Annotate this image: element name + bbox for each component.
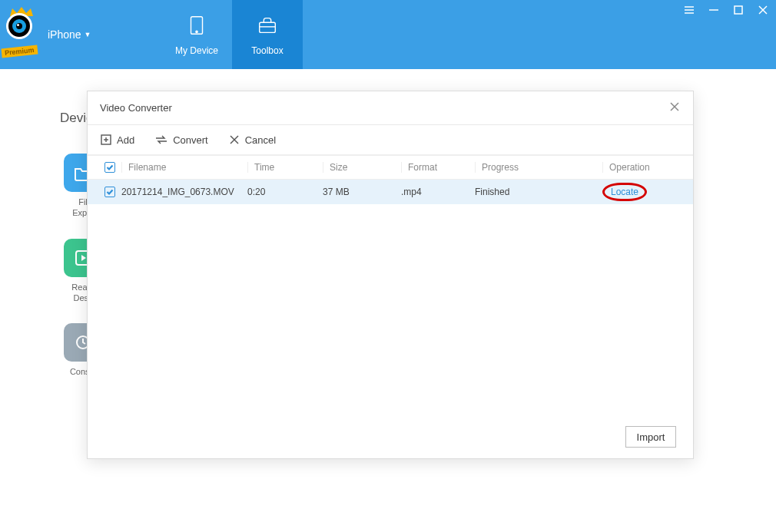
brand-area: Premium iPhone ▼ bbox=[0, 0, 161, 69]
col-size: Size bbox=[323, 162, 401, 173]
svg-rect-2 bbox=[260, 22, 276, 32]
col-time: Time bbox=[247, 162, 323, 173]
cell-filename: 20171214_IMG_0673.MOV bbox=[121, 187, 247, 197]
video-converter-dialog: Video Converter Add Convert Cancel Filen… bbox=[87, 91, 694, 459]
cell-size: 37 MB bbox=[323, 187, 401, 197]
locate-highlight: Locate bbox=[602, 183, 647, 201]
minimize-button[interactable] bbox=[707, 3, 721, 17]
cell-time: 0:20 bbox=[247, 187, 323, 197]
svg-rect-8 bbox=[735, 6, 742, 14]
nav-toolbox-label: Toolbox bbox=[251, 45, 283, 56]
cell-progress: Finished bbox=[475, 187, 602, 197]
tablet-icon bbox=[185, 14, 208, 39]
window-controls bbox=[682, 3, 770, 17]
dialog-title: Video Converter bbox=[100, 102, 172, 114]
maximize-button[interactable] bbox=[731, 3, 745, 17]
toolbox-icon bbox=[256, 14, 279, 39]
table-header: Filename Time Size Format Progress Opera… bbox=[88, 155, 693, 180]
convert-button-label: Convert bbox=[173, 134, 208, 146]
device-selector-label: iPhone bbox=[48, 28, 81, 41]
nav-my-device[interactable]: My Device bbox=[161, 0, 232, 69]
add-button-label: Add bbox=[117, 134, 134, 146]
col-format: Format bbox=[401, 162, 475, 173]
premium-badge: Premium bbox=[2, 45, 38, 58]
nav-my-device-label: My Device bbox=[175, 45, 218, 56]
close-button[interactable] bbox=[756, 3, 770, 17]
dialog-toolbar: Add Convert Cancel bbox=[88, 125, 693, 154]
cancel-button[interactable]: Cancel bbox=[228, 134, 276, 146]
chevron-down-icon: ▼ bbox=[85, 31, 91, 38]
top-bar: Premium iPhone ▼ My Device Toolbox bbox=[0, 0, 776, 69]
locate-link[interactable]: Locate bbox=[611, 187, 638, 197]
import-button[interactable]: Import bbox=[625, 426, 676, 448]
col-filename: Filename bbox=[121, 162, 247, 173]
device-selector[interactable]: iPhone ▼ bbox=[48, 28, 91, 41]
row-checkbox[interactable] bbox=[104, 187, 115, 197]
nav-toolbox[interactable]: Toolbox bbox=[232, 0, 303, 69]
col-operation: Operation bbox=[602, 162, 693, 173]
app-logo: Premium bbox=[6, 13, 45, 51]
svg-point-1 bbox=[196, 31, 197, 32]
dialog-close-button[interactable] bbox=[668, 101, 681, 115]
add-button[interactable]: Add bbox=[100, 134, 134, 146]
cell-format: .mp4 bbox=[401, 187, 475, 197]
col-progress: Progress bbox=[475, 162, 602, 173]
table-row[interactable]: 20171214_IMG_0673.MOV 0:20 37 MB .mp4 Fi… bbox=[88, 180, 693, 204]
select-all-checkbox[interactable] bbox=[104, 162, 115, 173]
convert-button[interactable]: Convert bbox=[154, 134, 208, 146]
file-table: Filename Time Size Format Progress Opera… bbox=[88, 154, 693, 204]
cancel-button-label: Cancel bbox=[245, 134, 276, 146]
menu-button[interactable] bbox=[682, 3, 696, 17]
